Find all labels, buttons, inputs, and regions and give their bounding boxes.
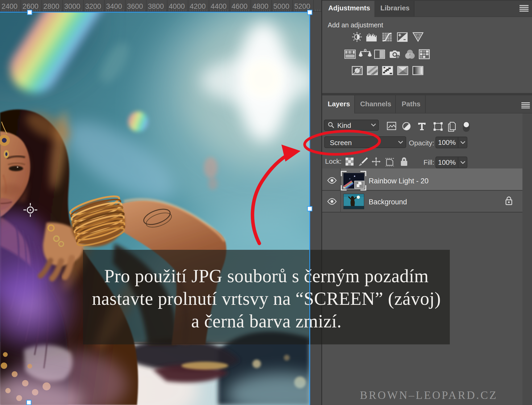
svg-text:4800: 4800 xyxy=(252,2,268,10)
svg-text:2600: 2600 xyxy=(22,2,38,10)
svg-text:3800: 3800 xyxy=(148,2,164,10)
svg-text:4400: 4400 xyxy=(211,2,227,10)
svg-text:3000: 3000 xyxy=(64,2,80,10)
svg-text:5200: 5200 xyxy=(294,2,310,10)
svg-text:2800: 2800 xyxy=(43,2,59,10)
svg-text:3400: 3400 xyxy=(106,2,122,10)
svg-text:4600: 4600 xyxy=(231,2,247,10)
svg-text:5000: 5000 xyxy=(273,2,289,10)
svg-text:2400: 2400 xyxy=(2,2,18,10)
svg-text:3200: 3200 xyxy=(85,2,101,10)
svg-text:3600: 3600 xyxy=(127,2,143,10)
svg-text:4000: 4000 xyxy=(169,2,185,10)
svg-text:4200: 4200 xyxy=(190,2,206,10)
